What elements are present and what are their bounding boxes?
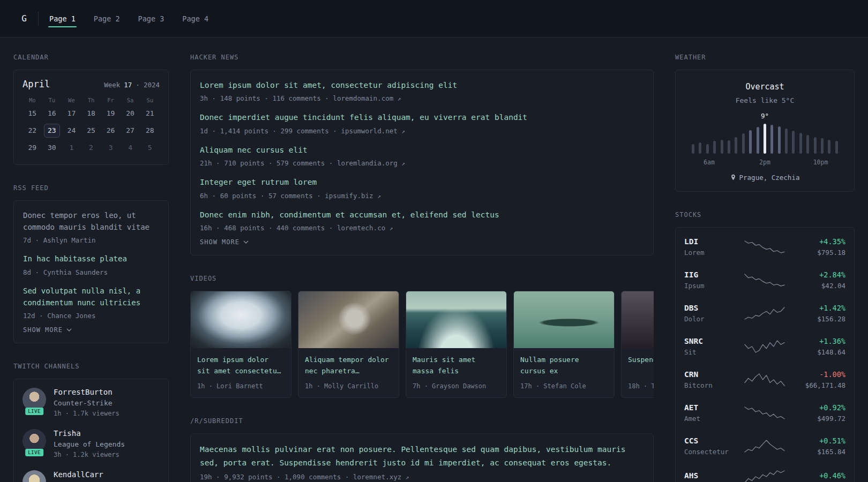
subreddit-item-title[interactable]: Maecenas mollis pulvinar erat non posuer… <box>200 443 644 469</box>
hn-item-domain[interactable]: loremtech.co ↗ <box>337 224 393 232</box>
stock-symbol[interactable]: AET <box>684 403 737 412</box>
rss-item-title[interactable]: Sed volutpat nulla nisl, a condimentum n… <box>23 285 159 308</box>
twitch-channel[interactable]: LIVE ForrestBurton Counter-Strike 1h · 1… <box>23 388 160 417</box>
subreddit-item-domain[interactable]: loremnet.xyz ↗ <box>353 473 409 481</box>
stock-symbol[interactable]: DBS <box>684 304 737 312</box>
rss-item-meta: 12d · Chance Jones <box>23 312 159 320</box>
page-tab[interactable]: Page 1 <box>48 9 77 28</box>
calendar-day: 27 <box>122 124 138 138</box>
rss-item-title[interactable]: In hac habitasse platea <box>23 253 159 265</box>
weather-bar <box>828 140 830 154</box>
calendar-day-headers: MoTuWeThFrSaSu <box>23 97 160 107</box>
weather-location-row: Prague, Czechia <box>686 174 843 182</box>
hn-item-title[interactable]: Aliquam nec cursus elit <box>200 144 644 156</box>
video-thumbnail[interactable] <box>191 291 291 348</box>
stock-change: +0.46% <box>792 471 845 480</box>
calendar-day: 17 <box>63 107 79 120</box>
twitch-channel[interactable]: LIVE KendallCarr <box>23 470 160 482</box>
hn-domain-text: loremlandia.org <box>337 159 398 167</box>
rss-show-more-button[interactable]: SHOW MORE <box>23 326 72 334</box>
video-title[interactable]: Suspendisse diam <box>628 355 654 377</box>
hn-item-title[interactable]: Donec enim nibh, condimentum et accumsan… <box>200 209 644 221</box>
video-meta: 1h · Lori Barnett <box>197 382 285 390</box>
middle-column: HACKER NEWS Lorem ipsum dolor sit amet, … <box>190 46 654 482</box>
external-link-icon: ↗ <box>398 95 401 102</box>
weather-bar <box>785 129 788 154</box>
video-title[interactable]: Mauris sit amet massa felis <box>413 355 500 377</box>
app-logo[interactable]: G <box>13 8 35 29</box>
video-card[interactable]: Aliquam tempor dolor nec pharetra… 1h · … <box>298 291 399 398</box>
external-link-icon: ↗ <box>377 193 381 200</box>
stock-row[interactable]: AHS +0.46% <box>684 463 845 482</box>
stock-row[interactable]: SNRC Sit +1.36% $148.64 <box>684 330 845 363</box>
subreddit-list: Maecenas mollis pulvinar erat non posuer… <box>200 443 644 480</box>
hn-domain-text: loremtech.co <box>337 224 385 232</box>
calendar-day: 30 <box>44 141 60 155</box>
calendar-day: 29 <box>24 141 40 155</box>
calendar-day: 4 <box>122 141 138 155</box>
rss-item-title[interactable]: Donec tempor eros leo, ut commodo mauris… <box>23 210 159 233</box>
rss-item-meta: 8d · Cynthia Saunders <box>23 268 159 276</box>
page-tab[interactable]: Page 4 <box>181 9 209 28</box>
video-title[interactable]: Aliquam tempor dolor nec pharetra… <box>305 355 392 377</box>
stock-row[interactable]: IIG Ipsum +2.84% $42.04 <box>684 263 845 297</box>
stock-row[interactable]: AET Amet +0.92% $499.72 <box>684 396 845 430</box>
twitch-channel[interactable]: LIVE Trisha League of Legends 3h · 1.2k … <box>23 429 160 458</box>
stock-identity: SNRC Sit <box>684 337 737 356</box>
video-thumbnail[interactable] <box>298 291 399 348</box>
page-tab-label: Page 2 <box>94 14 120 23</box>
stock-row[interactable]: LDI Lorem +4.35% $795.18 <box>684 230 845 263</box>
stocks-widget: STOCKS LDI Lorem +4.35% $795.1 <box>675 211 855 482</box>
stock-row[interactable]: CRN Bitcorn -1.00% $66,171.48 <box>684 363 845 396</box>
weather-bar <box>713 141 716 154</box>
stock-name: Dolor <box>684 315 737 323</box>
stock-row[interactable]: DBS Dolor +1.42% $156.28 <box>684 297 845 330</box>
hn-item-stats: 1d · 1,414 points · 299 comments · <box>200 127 341 135</box>
stock-symbol[interactable]: CRN <box>684 370 737 379</box>
video-card[interactable]: Lorem ipsum dolor sit amet consectetu… 1… <box>190 291 291 398</box>
hn-item-title[interactable]: Donec imperdiet augue tincidunt felis al… <box>200 111 644 123</box>
stock-change: +1.36% <box>792 337 845 345</box>
hn-item-domain[interactable]: loremlandia.org ↗ <box>337 159 405 167</box>
page-tab[interactable]: Page 3 <box>137 9 166 28</box>
stock-symbol[interactable]: AHS <box>684 471 737 480</box>
stock-symbol[interactable]: IIG <box>684 270 737 279</box>
video-card[interactable]: Nullam posuere cursus ex 17h · Stefan Co… <box>513 291 615 398</box>
external-link-icon: ↗ <box>401 128 405 135</box>
weather-bar <box>699 142 701 154</box>
stock-change: +1.42% <box>792 304 845 312</box>
stock-name: Bitcorn <box>684 381 737 389</box>
hn-item: Integer eget rutrum lorem 6h · 60 points… <box>200 176 644 199</box>
hn-item-title[interactable]: Lorem ipsum dolor sit amet, consectetur … <box>200 79 644 91</box>
video-title[interactable]: Nullam posuere cursus ex <box>520 355 608 377</box>
stock-values: +0.92% $499.72 <box>792 403 845 423</box>
stock-row[interactable]: CCS Consectetur +0.51% $165.84 <box>684 430 845 463</box>
weather-bar <box>735 137 737 154</box>
video-card[interactable]: Suspendisse diam 18h · Tara <box>621 291 654 398</box>
hn-item-title[interactable]: Integer eget rutrum lorem <box>200 176 644 188</box>
hn-item-domain[interactable]: loremdomain.com ↗ <box>333 94 401 102</box>
weather-bar <box>721 140 723 154</box>
stock-symbol[interactable]: SNRC <box>684 337 737 345</box>
stock-sparkline <box>741 406 788 420</box>
channel-name[interactable]: ForrestBurton <box>54 388 119 396</box>
hn-show-more-button[interactable]: SHOW MORE <box>200 238 249 246</box>
channel-name[interactable]: Trisha <box>54 429 125 438</box>
stock-symbol[interactable]: CCS <box>684 436 737 445</box>
video-card[interactable]: Mauris sit amet massa felis 7h · Grayson… <box>406 291 507 398</box>
stock-sparkline <box>741 470 788 482</box>
stock-symbol[interactable]: LDI <box>684 237 737 246</box>
video-thumbnail[interactable] <box>406 291 506 348</box>
hn-item-domain[interactable]: ipsumworld.net ↗ <box>341 127 405 135</box>
channel-name[interactable]: KendallCarr <box>54 470 103 479</box>
page-tab[interactable]: Page 2 <box>93 9 121 28</box>
stock-identity: AHS <box>684 471 737 482</box>
hn-item-domain[interactable]: ipsumify.biz ↗ <box>325 192 380 200</box>
weather-condition: Overcast <box>686 82 843 92</box>
video-thumbnail[interactable] <box>514 291 614 348</box>
video-title[interactable]: Lorem ipsum dolor sit amet consectetu… <box>197 355 285 377</box>
stock-sparkline <box>741 306 788 320</box>
video-thumbnail[interactable] <box>622 291 654 348</box>
stock-price: $499.72 <box>792 415 845 423</box>
channel-info: KendallCarr <box>54 470 103 481</box>
